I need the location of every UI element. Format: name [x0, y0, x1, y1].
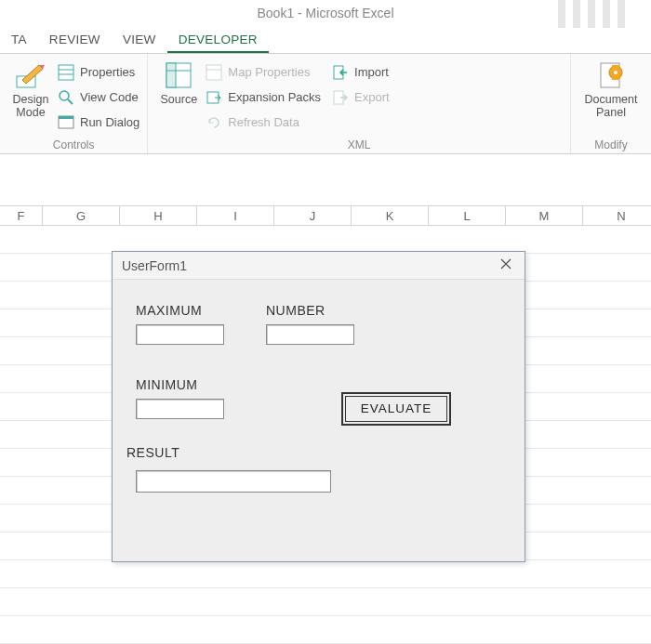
import-button[interactable]: Import: [332, 61, 390, 84]
group-xml: Source Map Properties Expansion Packs Re…: [148, 54, 571, 153]
userform-title: UserForm1: [122, 252, 187, 280]
userform-dialog: UserForm1 MAXIMUM NUMBER MINIMUM EVALUAT…: [112, 251, 525, 562]
userform-titlebar[interactable]: UserForm1: [113, 252, 525, 280]
import-icon: [332, 64, 349, 81]
group-modify-label: Modify: [578, 137, 644, 151]
view-code-button[interactable]: View Code: [58, 86, 140, 109]
tab-data[interactable]: TA: [0, 26, 38, 53]
document-panel-label: Document Panel: [585, 93, 638, 119]
column-headers: F G H I J K L M N: [0, 205, 651, 226]
evaluate-button[interactable]: EVALUATE: [345, 396, 447, 422]
design-mode-button[interactable]: Design Mode: [7, 58, 54, 137]
svg-line-5: [68, 99, 73, 104]
properties-icon: [58, 64, 74, 81]
result-label: RESULT: [126, 445, 179, 460]
svg-point-4: [60, 91, 69, 100]
number-label: NUMBER: [266, 303, 326, 318]
expansion-packs-icon: [206, 89, 222, 106]
view-code-icon: [58, 89, 74, 106]
refresh-data-button: Refresh Data: [206, 112, 321, 134]
export-icon: [332, 89, 349, 106]
run-dialog-icon: [58, 114, 74, 131]
maximum-input[interactable]: [136, 324, 224, 345]
maximum-label: MAXIMUM: [136, 303, 202, 318]
tab-developer[interactable]: DEVELOPER: [167, 26, 269, 53]
col-F[interactable]: F: [0, 206, 42, 225]
col-N[interactable]: N: [582, 206, 651, 225]
design-mode-icon: [15, 59, 46, 91]
col-K[interactable]: K: [351, 206, 428, 225]
userform-body: MAXIMUM NUMBER MINIMUM EVALUATE RESULT: [113, 280, 525, 561]
group-controls-label: Controls: [7, 137, 140, 151]
export-button: Export: [332, 86, 390, 109]
source-icon: [163, 59, 194, 91]
refresh-data-icon: [206, 114, 222, 131]
svg-point-18: [614, 71, 618, 74]
svg-rect-19: [612, 65, 619, 68]
col-H[interactable]: H: [119, 206, 196, 225]
group-controls: Design Mode Properties View Code Run Dia…: [0, 54, 148, 153]
expansion-packs-button[interactable]: Expansion Packs: [206, 86, 321, 109]
tab-review[interactable]: REVIEW: [38, 26, 112, 53]
number-input[interactable]: [266, 324, 354, 345]
col-J[interactable]: J: [273, 206, 351, 225]
source-label: Source: [161, 93, 198, 106]
window-titlebar: Book1 - Microsoft Excel: [0, 0, 651, 26]
document-panel-button[interactable]: Document Panel: [578, 58, 644, 137]
svg-rect-7: [59, 116, 73, 119]
svg-rect-9: [166, 63, 176, 87]
properties-button[interactable]: Properties: [58, 61, 140, 84]
svg-rect-11: [206, 65, 221, 80]
svg-rect-20: [612, 77, 619, 80]
svg-rect-1: [59, 65, 73, 80]
source-button[interactable]: Source: [155, 58, 202, 137]
minimum-label: MINIMUM: [136, 377, 198, 392]
close-icon[interactable]: [497, 252, 515, 280]
ribbon: Design Mode Properties View Code Run Dia…: [0, 54, 651, 154]
ribbon-tabs: TA REVIEW VIEW DEVELOPER: [0, 26, 651, 54]
tab-view[interactable]: VIEW: [112, 26, 167, 53]
result-output[interactable]: [136, 470, 331, 493]
group-modify: Document Panel Modify: [571, 54, 651, 153]
map-properties-icon: [206, 64, 222, 81]
design-mode-label: Design Mode: [13, 93, 49, 119]
group-xml-label: XML: [155, 137, 563, 151]
minimum-input[interactable]: [136, 399, 224, 419]
col-G[interactable]: G: [42, 206, 119, 225]
col-M[interactable]: M: [505, 206, 582, 225]
col-I[interactable]: I: [196, 206, 273, 225]
document-panel-icon: [595, 59, 627, 91]
run-dialog-button[interactable]: Run Dialog: [58, 112, 140, 134]
titlebar-decoration: [558, 0, 642, 28]
col-L[interactable]: L: [428, 206, 505, 225]
map-properties-button: Map Properties: [206, 61, 321, 84]
app-title: Book1 - Microsoft Excel: [257, 6, 393, 20]
